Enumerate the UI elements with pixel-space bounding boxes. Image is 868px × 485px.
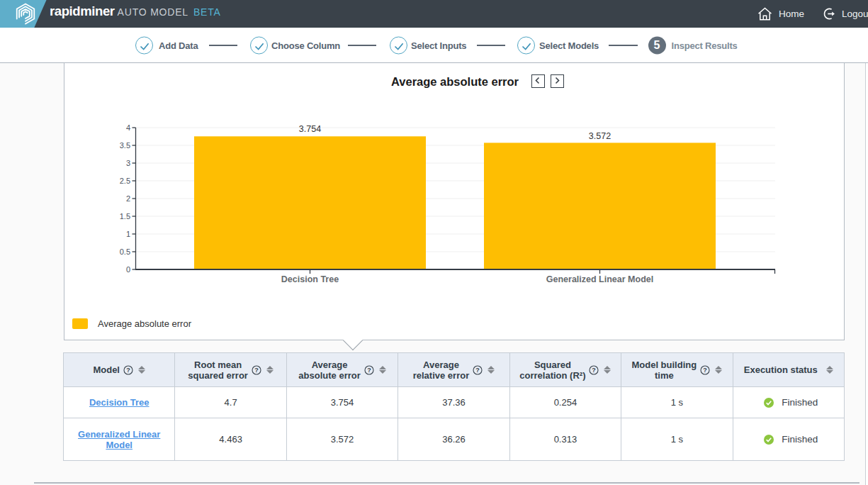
- svg-text:4: 4: [126, 123, 130, 132]
- svg-text:0.5: 0.5: [120, 247, 130, 256]
- svg-text:3: 3: [126, 159, 130, 167]
- svg-text:?: ?: [475, 367, 480, 374]
- svg-text:?: ?: [592, 367, 597, 374]
- svg-text:2.5: 2.5: [120, 177, 130, 185]
- svg-text:?: ?: [126, 367, 130, 374]
- svg-text:1: 1: [126, 230, 130, 238]
- svg-text:Generalized Linear Model: Generalized Linear Model: [546, 274, 653, 284]
- svg-text:2: 2: [126, 194, 130, 203]
- svg-text:3.754: 3.754: [299, 124, 321, 134]
- svg-text:3.572: 3.572: [589, 131, 611, 141]
- svg-text:0: 0: [126, 265, 130, 274]
- svg-text:?: ?: [367, 367, 371, 374]
- svg-text:?: ?: [254, 367, 259, 374]
- svg-text:?: ?: [703, 367, 707, 374]
- svg-text:Decision Tree: Decision Tree: [281, 274, 339, 284]
- svg-text:1.5: 1.5: [120, 212, 130, 221]
- svg-text:3.5: 3.5: [120, 141, 130, 150]
